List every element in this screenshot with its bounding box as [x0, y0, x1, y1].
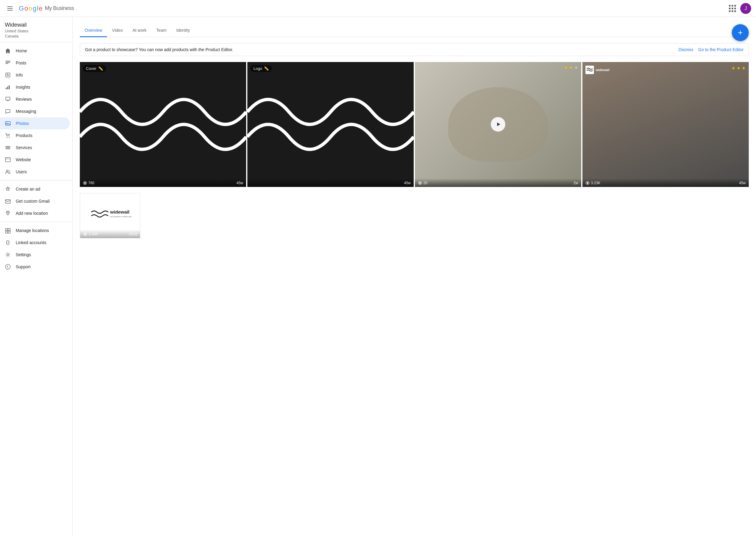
- star-2: ★: [569, 65, 573, 70]
- sidebar-item-website[interactable]: Website: [0, 154, 70, 166]
- sidebar-item-manage-locations[interactable]: Manage locations: [0, 224, 70, 237]
- sidebar-item-messaging[interactable]: Messaging: [0, 105, 70, 117]
- photo-card-logo[interactable]: Logo ✏️ 45w: [247, 62, 414, 187]
- l-letter: l: [37, 5, 38, 13]
- banner-text: Got a product to showcase? You can now a…: [85, 47, 674, 52]
- messaging-icon: [5, 108, 11, 114]
- create-ad-icon: [5, 186, 11, 192]
- tab-at-work[interactable]: At work: [128, 24, 151, 37]
- svg-rect-26: [5, 228, 8, 230]
- sidebar-item-products[interactable]: Products: [0, 129, 70, 142]
- svg-rect-28: [5, 231, 8, 233]
- svg-point-23: [6, 170, 8, 172]
- sidebar-label-users: Users: [16, 169, 27, 174]
- sidebar-item-create-ad[interactable]: Create an ad: [0, 183, 70, 195]
- reviews-icon: [5, 96, 11, 102]
- svg-rect-0: [7, 6, 13, 7]
- sidebar-label-add-location: Add new location: [16, 211, 48, 216]
- business-name: Widewail: [5, 22, 67, 28]
- sidebar-item-reviews[interactable]: Reviews: [0, 93, 70, 105]
- sidebar-label-support: Support: [16, 264, 31, 269]
- o-letter-1: o: [24, 5, 28, 13]
- info-icon: [5, 72, 11, 78]
- logo-meta: 45w: [247, 179, 414, 187]
- svg-rect-1: [7, 8, 13, 9]
- photo-card-video[interactable]: ★ ★ ★ 20 2w: [415, 62, 581, 187]
- sidebar-item-photos[interactable]: Photos: [0, 117, 70, 129]
- sidebar-item-settings[interactable]: Settings: [0, 249, 70, 261]
- svg-rect-18: [5, 147, 10, 148]
- logo-label-text: Logo: [253, 66, 262, 71]
- widewail-logo-overlay: widewail: [585, 66, 609, 74]
- business-country2: Canada: [5, 34, 67, 38]
- sidebar-label-website: Website: [16, 157, 31, 162]
- sidebar-item-users[interactable]: Users: [0, 166, 70, 178]
- product-banner: Got a product to showcase? You can now a…: [80, 43, 749, 56]
- sidebar-label-reviews: Reviews: [16, 97, 32, 102]
- users-icon: [5, 169, 11, 175]
- svg-rect-12: [9, 85, 10, 89]
- svg-point-16: [9, 137, 10, 138]
- stars-overlay: ★ ★ ★: [564, 65, 578, 70]
- go-to-product-editor-button[interactable]: Go to the Product Editor: [698, 47, 743, 52]
- star-3: ★: [574, 65, 578, 70]
- sidebar-label-photos: Photos: [16, 121, 29, 126]
- widewail-icon: [585, 66, 594, 74]
- fab-button[interactable]: +: [732, 24, 749, 41]
- widewail-text: widewail: [596, 68, 609, 72]
- play-button[interactable]: [491, 117, 505, 132]
- sidebar: Widewail United States Canada Home Posts…: [0, 17, 73, 536]
- team-meta: 3.23K 45w: [582, 179, 749, 187]
- photo-card-team[interactable]: widewail ★ ★ ★ 3.23K 45w: [582, 62, 749, 187]
- photo-card-cover[interactable]: Cover ✏️ 760 45w: [80, 62, 246, 187]
- sidebar-item-gmail[interactable]: Get custom Gmail: [0, 195, 70, 207]
- brand-name: My Business: [45, 5, 74, 12]
- tab-identity[interactable]: Identity: [172, 24, 195, 37]
- manage-locations-icon: [5, 227, 11, 234]
- sidebar-item-insights[interactable]: Insights: [0, 81, 70, 93]
- menu-button[interactable]: [5, 4, 15, 13]
- svg-rect-2: [7, 10, 13, 11]
- cover-edit-icon: ✏️: [98, 66, 103, 71]
- sidebar-item-posts[interactable]: Posts: [0, 57, 70, 69]
- svg-rect-11: [7, 86, 8, 89]
- svg-rect-3: [5, 61, 10, 61]
- sidebar-item-services[interactable]: Services: [0, 142, 70, 154]
- svg-rect-29: [8, 231, 10, 233]
- svg-point-33: [84, 182, 86, 184]
- sidebar-label-linked-accounts: Linked accounts: [16, 240, 46, 245]
- apps-button[interactable]: [727, 3, 738, 14]
- team-bg: widewail ★ ★ ★: [582, 62, 749, 187]
- sidebar-item-home[interactable]: Home: [0, 45, 70, 57]
- tab-video[interactable]: Video: [107, 24, 128, 37]
- logo-card-meta: 1.34K 2018: [80, 230, 140, 238]
- dismiss-button[interactable]: Dismiss: [678, 47, 693, 52]
- svg-point-36: [587, 182, 588, 184]
- sidebar-nav: Home Posts Info Insights: [0, 42, 72, 275]
- sidebar-label-products: Products: [16, 133, 32, 138]
- products-icon: [5, 132, 11, 139]
- team-age: 45w: [739, 181, 746, 185]
- sidebar-item-support[interactable]: Support: [0, 261, 70, 273]
- sidebar-label-services: Services: [16, 145, 32, 150]
- sidebar-item-linked-accounts[interactable]: Linked accounts: [0, 237, 70, 249]
- services-icon: [5, 145, 11, 151]
- video-view-count: 20: [423, 181, 427, 185]
- logo-card[interactable]: widewail your partner in online engageme…: [80, 193, 140, 238]
- logo-card-age: 2018: [129, 232, 137, 236]
- sidebar-label-messaging: Messaging: [16, 109, 36, 114]
- logo-age: 45w: [404, 181, 411, 185]
- business-info: Widewail United States Canada: [0, 17, 72, 42]
- logo-label: Logo ✏️: [250, 65, 272, 72]
- cover-bg: [80, 62, 246, 187]
- topbar-left: Google My Business: [5, 4, 74, 13]
- team-views: 3.23K: [585, 181, 600, 185]
- sidebar-item-info[interactable]: Info: [0, 69, 70, 81]
- tab-overview[interactable]: Overview: [80, 24, 107, 37]
- avatar[interactable]: J: [740, 3, 751, 14]
- star-1: ★: [564, 65, 568, 70]
- tab-team[interactable]: Team: [151, 24, 172, 37]
- main-content: Overview Video At work Team Identity Got…: [73, 17, 756, 536]
- svg-point-30: [7, 254, 9, 255]
- sidebar-item-add-location[interactable]: Add new location: [0, 207, 70, 219]
